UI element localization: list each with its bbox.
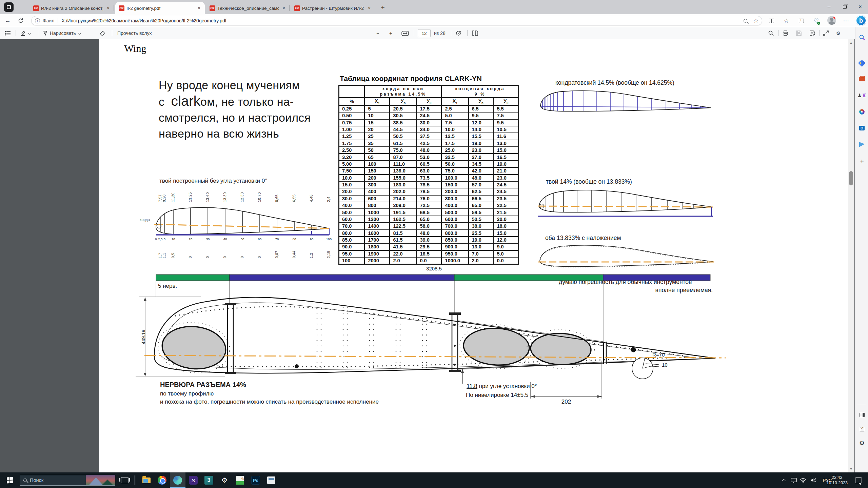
bing-chat-icon[interactable]: b	[856, 15, 866, 26]
taskbar-search[interactable]: Поиск	[20, 475, 115, 486]
ordinate-value: 13,30	[223, 187, 228, 202]
sidebar-search-icon[interactable]	[857, 33, 867, 42]
search-document-icon[interactable]	[768, 29, 774, 38]
green-doc-app-button[interactable]	[233, 472, 248, 488]
table-cell: 600.0	[441, 216, 468, 223]
sidebar-outlook-icon[interactable]: O	[857, 123, 867, 133]
zoom-out-button[interactable]: −	[376, 29, 379, 38]
tab-close-icon[interactable]: ×	[281, 5, 287, 11]
action-center-icon[interactable]	[852, 472, 865, 488]
tab-close-icon[interactable]: ×	[366, 5, 372, 11]
window-app-button[interactable]	[264, 472, 279, 488]
print-icon[interactable]	[783, 29, 788, 38]
ordinate-value: 9,20	[162, 187, 167, 202]
sidebar-games-icon[interactable]: ♟♜	[857, 91, 867, 100]
chord-axis-labels: 02,55102030405060708090100	[153, 237, 332, 242]
ordinate-value: 2,15	[327, 243, 331, 258]
tray-expand-icon[interactable]	[779, 472, 789, 488]
fullscreen-icon[interactable]	[823, 29, 829, 38]
read-aloud-button[interactable]: Прочесть вслух	[117, 29, 152, 38]
tab-rastrenin[interactable]: PDF Растренин - Штурмовик Ил-2 - ×	[291, 2, 375, 14]
table-cell: Ун	[416, 98, 441, 105]
edge-button[interactable]	[170, 472, 185, 488]
zoom-in-button[interactable]: +	[389, 29, 392, 38]
file-explorer-button[interactable]	[139, 472, 154, 488]
scroll-down-icon[interactable]: ▼	[848, 466, 854, 472]
sidebar-external-icon[interactable]	[857, 424, 867, 434]
restore-button[interactable]	[837, 0, 852, 14]
table-row: 15.0300183.078.5150.057.024.5	[339, 181, 519, 188]
3dsmax-button[interactable]: 3	[201, 472, 216, 488]
scrollbar-thumb[interactable]	[849, 171, 853, 185]
chevron-down-icon[interactable]	[78, 31, 81, 35]
table-cell: 15.0	[493, 147, 518, 154]
axis-tick-label: 2,5	[158, 237, 162, 241]
fullscreen-glyph	[823, 30, 829, 36]
highlighter-icon[interactable]	[20, 29, 30, 38]
sidebar-tools-icon[interactable]	[857, 75, 867, 84]
table-cell: 2000	[364, 257, 390, 264]
split-screen-icon[interactable]	[767, 16, 776, 25]
address-bar[interactable]: i Файл X:/Инструкции%20к%20самолётам/Ива…	[31, 16, 762, 25]
table-title: Таблица координат профиля CLARK-YN	[340, 75, 520, 83]
table-cell: 200	[364, 175, 390, 181]
minimize-button[interactable]: –	[821, 0, 837, 14]
settings-menu-icon[interactable]: ⋯	[842, 16, 850, 25]
pdf-file-icon: PDF	[210, 5, 215, 11]
table-cell: 73.5	[416, 175, 441, 181]
info-icon[interactable]: i	[35, 18, 40, 23]
sidebar-panel-icon[interactable]	[857, 410, 867, 420]
photoshop-button[interactable]: Ps	[248, 472, 263, 488]
tab-tech-description[interactable]: PDF Техническое_описание_самоле ×	[206, 2, 290, 14]
favorites-icon[interactable]: ☆	[782, 16, 791, 25]
save-as-icon[interactable]	[810, 29, 816, 38]
sidebar-add-icon[interactable]: +	[857, 157, 867, 166]
workspaces-icon[interactable]	[4, 2, 14, 12]
sidebar-m365-icon[interactable]	[857, 107, 867, 117]
tab-close-icon[interactable]: ×	[196, 5, 202, 11]
wifi-glyph	[800, 478, 806, 483]
tab-il2-geometry[interactable]: PDF Il-2 geometry.pdf ×	[115, 2, 205, 14]
ordinate-value: 8,65	[275, 187, 279, 202]
table-cell: 950.0	[441, 250, 468, 257]
table-cell: 7.0	[469, 250, 494, 257]
sidebar-settings-gear-icon[interactable]: ⚙	[857, 439, 867, 448]
chrome-button[interactable]	[155, 472, 170, 488]
new-tab-button[interactable]: +	[378, 3, 387, 12]
start-button[interactable]	[2, 472, 18, 488]
settings-app-button[interactable]: ⚙	[217, 472, 232, 488]
zoom-page-icon[interactable]	[744, 19, 747, 23]
scroll-up-icon[interactable]: ▲	[848, 40, 854, 45]
table-cell: 20	[364, 126, 390, 133]
browser-essentials-icon[interactable]: ♡✓	[812, 16, 821, 25]
page-view-icon[interactable]	[472, 29, 478, 38]
table-cell: 38.5	[390, 119, 416, 126]
close-button[interactable]: ×	[852, 0, 868, 14]
sidebar-shopping-icon[interactable]	[857, 58, 867, 68]
refresh-icon[interactable]	[16, 16, 25, 25]
volume-icon[interactable]	[808, 472, 819, 488]
wifi-icon[interactable]	[797, 472, 808, 488]
rotate-icon[interactable]	[456, 29, 461, 38]
sidebar-drop-icon[interactable]	[857, 140, 867, 149]
eraser-icon[interactable]	[100, 29, 105, 38]
toc-icon[interactable]	[5, 29, 11, 38]
tray-clock[interactable]: 22:42 10.10.2023	[826, 472, 848, 488]
pdf-settings-gear-icon[interactable]: ⚙	[836, 29, 841, 38]
tab-close-icon[interactable]: ×	[105, 5, 111, 11]
draw-button[interactable]: Нарисовать	[43, 29, 80, 38]
favorite-star-icon[interactable]: ☆	[753, 17, 758, 24]
fit-width-icon[interactable]	[401, 29, 409, 38]
table-cell: 21.0	[493, 167, 518, 174]
purple-app-button[interactable]: S	[186, 472, 201, 488]
task-view-button[interactable]	[118, 472, 132, 488]
table-cell: 1000.0	[441, 257, 468, 264]
handwritten-note: Ну вроде конец мучениям с clarkом, не то…	[159, 77, 311, 142]
page-number-input[interactable]	[418, 29, 431, 37]
chevron-down-icon[interactable]	[28, 31, 31, 35]
collections-icon[interactable]	[797, 16, 806, 25]
vertical-scrollbar[interactable]: ▲ ▼	[848, 39, 854, 472]
back-icon[interactable]: ←	[3, 16, 12, 25]
profile-avatar[interactable]	[827, 16, 836, 25]
tab-il2-book[interactable]: PDF Ил-2 книга 2 Описание констру ×	[30, 2, 114, 14]
